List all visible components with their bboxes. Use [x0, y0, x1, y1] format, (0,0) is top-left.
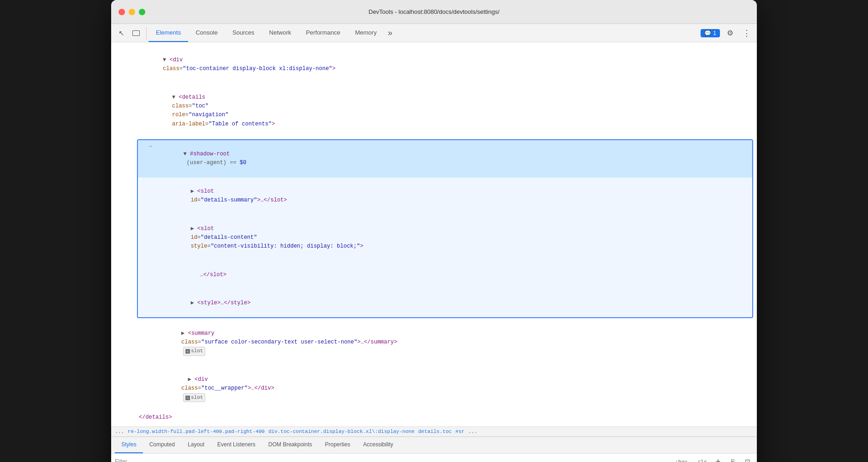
toggle-class-button[interactable]: .cls — [693, 458, 709, 462]
tab-layout[interactable]: Layout — [181, 437, 211, 453]
shadow-slot-2[interactable]: ▶ <slot id="details-content" style="cont… — [138, 214, 752, 261]
gear-icon: ⚙ — [727, 29, 733, 37]
breadcrumb-ellipsis-end: ... — [468, 429, 477, 434]
toggle-element-state-button[interactable]: :hov — [673, 458, 690, 462]
tab-sources[interactable]: Sources — [225, 24, 262, 42]
tab-console[interactable]: Console — [188, 24, 225, 42]
shadow-style[interactable]: ▶ <style>…</style> — [138, 289, 752, 318]
bottom-tabs: Styles Computed Layout Event Listeners D… — [111, 437, 757, 454]
title-bar: DevTools - localhost:8080/docs/devtools/… — [111, 0, 757, 24]
tab-properties[interactable]: Properties — [319, 437, 357, 453]
breadcrumb-item-1[interactable]: re-long.width-full.pad-left-400.pad-righ… — [128, 429, 265, 434]
copy-icon: ⎘ — [731, 458, 735, 462]
dom-summary-line[interactable]: ▶ <summary class="surface color-secondar… — [111, 319, 757, 366]
filter-actions: :hov .cls + ⎘ ⊡ — [673, 456, 753, 462]
tab-computed[interactable]: Computed — [143, 437, 181, 453]
breadcrumb-item-4[interactable]: #sr — [455, 429, 464, 434]
more-options-button[interactable]: ⋮ — [740, 27, 753, 40]
cursor-icon: ↖ — [119, 29, 125, 37]
breadcrumb-item-2[interactable]: div.toc-container.display-block.xl\:disp… — [268, 429, 415, 434]
main-content: ▼ <div class="toc-container display-bloc… — [111, 42, 757, 462]
tab-performance[interactable]: Performance — [298, 24, 347, 42]
tab-styles[interactable]: Styles — [115, 437, 143, 453]
chevron-right-icon: » — [388, 28, 392, 38]
filter-label: Filter — [115, 458, 127, 462]
comment-badge[interactable]: 💬 1 — [701, 29, 720, 37]
inspect-element-button[interactable]: ↖ — [115, 27, 128, 40]
sidebar-icon: ⊡ — [745, 458, 750, 462]
filter-input[interactable] — [131, 458, 673, 462]
slot-badge-1: ↖ slot — [183, 347, 205, 356]
tab-memory[interactable]: Memory — [348, 24, 384, 42]
tab-dom-breakpoints[interactable]: DOM Breakpoints — [262, 437, 319, 453]
breadcrumb-item-3[interactable]: details.toc — [418, 429, 452, 434]
bottom-panel: Styles Computed Layout Event Listeners D… — [111, 437, 757, 462]
devtools-window: DevTools - localhost:8080/docs/devtools/… — [111, 0, 757, 462]
comment-icon: 💬 — [704, 30, 711, 36]
toggle-sidebar-button[interactable]: ⊡ — [742, 456, 753, 462]
triangle-icon: ▼ — [163, 57, 169, 63]
dom-details-close: </details> — [111, 412, 757, 423]
dom-line-1[interactable]: ▼ <div class="toc-container display-bloc… — [111, 46, 757, 83]
plus-icon: + — [716, 457, 721, 462]
filter-bar: Filter :hov .cls + ⎘ ⊡ — [111, 454, 757, 462]
devtools-toolbar: ↖ Elements Console Sources Network Perfo… — [111, 24, 757, 42]
breadcrumb-ellipsis[interactable]: ... — [115, 429, 124, 434]
shadow-slot-2-close: …</slot> — [138, 261, 752, 289]
tab-accessibility[interactable]: Accessibility — [357, 437, 399, 453]
device-icon — [132, 30, 140, 36]
slot-badge-2: ↖ slot — [183, 393, 205, 403]
more-tabs-button[interactable]: » — [384, 24, 396, 42]
shadow-root-header[interactable]: … ▼ #shadow-root (user-agent) == $0 — [138, 140, 752, 178]
main-tabs: Elements Console Sources Network Perform… — [149, 24, 701, 42]
window-title: DevTools - localhost:8080/docs/devtools/… — [369, 8, 499, 15]
toolbar-right: 💬 1 ⚙ ⋮ — [701, 27, 753, 40]
dom-tree: ▼ <div class="toc-container display-bloc… — [111, 42, 757, 426]
device-toolbar-button[interactable] — [130, 27, 143, 40]
traffic-lights — [119, 9, 145, 15]
toolbar-icons: ↖ — [115, 27, 147, 40]
tab-event-listeners[interactable]: Event Listeners — [211, 437, 262, 453]
shadow-slot-1[interactable]: ▶ <slot id="details-summary">…</slot> — [138, 178, 752, 215]
tab-network[interactable]: Network — [262, 24, 299, 42]
copy-style-button[interactable]: ⎘ — [727, 456, 738, 462]
shadow-root-box: … ▼ #shadow-root (user-agent) == $0 ▶ <s… — [137, 139, 753, 319]
minimize-button[interactable] — [129, 9, 135, 15]
maximize-button[interactable] — [139, 9, 145, 15]
tab-elements[interactable]: Elements — [149, 24, 188, 42]
close-button[interactable] — [119, 9, 125, 15]
dom-wrapper-line[interactable]: ▶ <div class="toc__wrapper">…</div> ↖ sl… — [111, 366, 757, 412]
new-style-rule-button[interactable]: + — [713, 456, 724, 462]
settings-button[interactable]: ⚙ — [724, 27, 737, 40]
breadcrumb-bar: ... re-long.width-full.pad-left-400.pad-… — [111, 426, 757, 437]
more-icon: ⋮ — [743, 28, 751, 38]
dom-line-2[interactable]: ▼ <details class="toc" role="navigation"… — [111, 83, 757, 138]
